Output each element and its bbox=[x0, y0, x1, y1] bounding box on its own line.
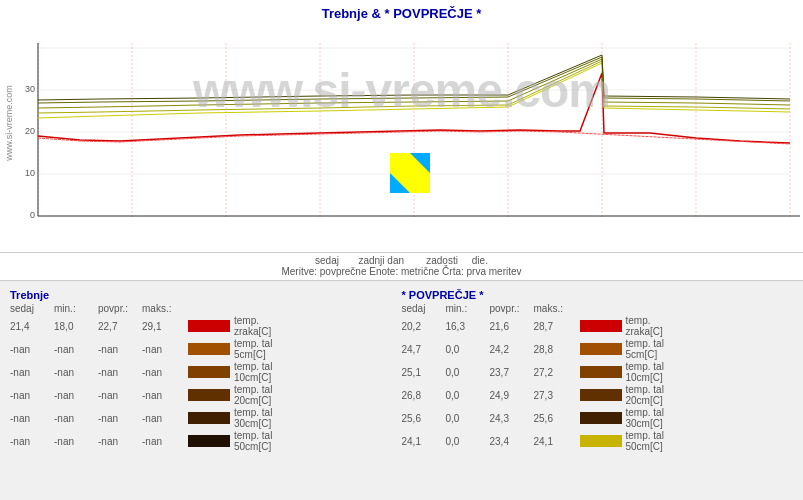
povprecje-header: sedaj min.: povpr.: maks.: bbox=[402, 303, 794, 314]
povprecje-rows: 20,2 16,3 21,6 28,7 temp. zraka[C] 24,7 … bbox=[402, 315, 794, 452]
povprecje-block: * POVPREČJE * sedaj min.: povpr.: maks.:… bbox=[402, 285, 794, 453]
trebnje-header: sedaj min.: povpr.: maks.: bbox=[10, 303, 402, 314]
table-row: 24,1 0,0 23,4 24,1 temp. tal 50cm[C] bbox=[402, 430, 794, 452]
table-row: -nan -nan -nan -nan temp. tal 10cm[C] bbox=[10, 361, 402, 383]
table-row: 20,2 16,3 21,6 28,7 temp. zraka[C] bbox=[402, 315, 794, 337]
svg-text:20: 20 bbox=[25, 126, 35, 136]
table-row: 21,4 18,0 22,7 29,1 temp. zraka[C] bbox=[10, 315, 402, 337]
legend-bar: sedaj zadnji dan zadosti die. Meritve: p… bbox=[0, 253, 803, 281]
povprecje-title: * POVPREČJE * bbox=[402, 289, 794, 301]
chart-area: www.si-vreme.com 0 10 20 30 bbox=[0, 23, 803, 253]
svg-text:www.si-vreme.com: www.si-vreme.com bbox=[4, 85, 14, 162]
table-row: -nan -nan -nan -nan temp. tal 20cm[C] bbox=[10, 384, 402, 406]
svg-text:0: 0 bbox=[30, 210, 35, 220]
trebnje-title: Trebnje bbox=[10, 289, 402, 301]
table-row: 24,7 0,0 24,2 28,8 temp. tal 5cm[C] bbox=[402, 338, 794, 360]
trebnje-block: Trebnje sedaj min.: povpr.: maks.: 21,4 … bbox=[10, 285, 402, 453]
legend-line2: Meritve: povprečne Enote: metrične Črta:… bbox=[0, 266, 803, 277]
chart-title: Trebnje & * POVPREČJE * bbox=[0, 0, 803, 23]
table-row: -nan -nan -nan -nan temp. tal 50cm[C] bbox=[10, 430, 402, 452]
data-section: Trebnje sedaj min.: povpr.: maks.: 21,4 … bbox=[0, 281, 803, 457]
table-row: -nan -nan -nan -nan temp. tal 30cm[C] bbox=[10, 407, 402, 429]
svg-text:10: 10 bbox=[25, 168, 35, 178]
table-row: 25,6 0,0 24,3 25,6 temp. tal 30cm[C] bbox=[402, 407, 794, 429]
legend-line1: sedaj zadnji dan zadosti die. bbox=[0, 255, 803, 266]
trebnje-rows: 21,4 18,0 22,7 29,1 temp. zraka[C] -nan … bbox=[10, 315, 402, 452]
table-row: 25,1 0,0 23,7 27,2 temp. tal 10cm[C] bbox=[402, 361, 794, 383]
table-row: -nan -nan -nan -nan temp. tal 5cm[C] bbox=[10, 338, 402, 360]
table-row: 26,8 0,0 24,9 27,3 temp. tal 20cm[C] bbox=[402, 384, 794, 406]
svg-text:30: 30 bbox=[25, 84, 35, 94]
chart-svg: www.si-vreme.com 0 10 20 30 bbox=[0, 23, 803, 223]
